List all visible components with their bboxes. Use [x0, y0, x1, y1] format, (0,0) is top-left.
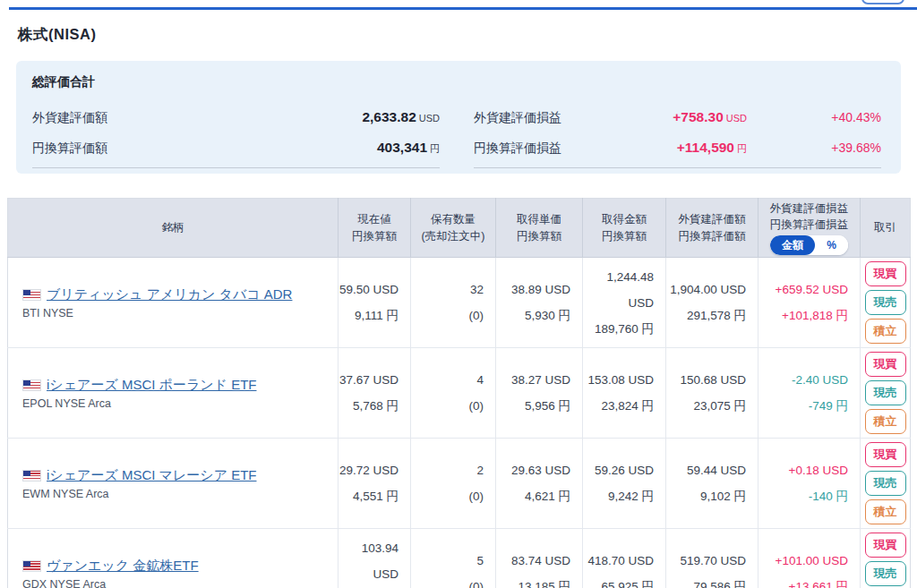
- holdings-table: 銘柄 現在値円換算額 保有数量(売却注文中) 取得単価円換算額 取得金額円換算額…: [7, 198, 911, 588]
- jpy-gain-unit: 円: [737, 143, 747, 154]
- fc-gain-value: +758.30: [673, 109, 723, 124]
- us-flag-icon: [22, 470, 41, 481]
- jpy-valuation-label: 円換算評価額: [32, 141, 107, 157]
- stock-cell: ヴァンエック 金鉱株ETF GDX NYSE Arca: [8, 529, 339, 588]
- stock-ticker: BTI NYSE: [22, 305, 338, 321]
- sell-button[interactable]: 現売: [865, 380, 906, 405]
- gain-cell: +659.52 USD+101,818 円: [758, 258, 861, 348]
- header-cost-amount: 取得金額円換算額: [583, 199, 666, 258]
- buy-button[interactable]: 現買: [865, 352, 906, 377]
- stock-cell: iシェアーズ MSCI ポーランド ETF EPOL NYSE Arca: [8, 348, 339, 439]
- sell-button[interactable]: 現売: [865, 561, 906, 586]
- fc-valuation-label: 外貨建評価額: [32, 110, 107, 126]
- valuation-cell: 150.68 USD23,075 円: [666, 348, 758, 439]
- jpy-valuation-unit: 円: [430, 143, 440, 154]
- fc-gain-label: 外貨建評価損益: [474, 110, 561, 126]
- table-row: ブリティッシュ アメリカン タバコ ADR BTI NYSE 59.50 USD…: [8, 258, 911, 348]
- table-row: iシェアーズ MSCI ポーランド ETF EPOL NYSE Arca 37.…: [8, 348, 911, 439]
- buy-button[interactable]: 現買: [865, 533, 906, 558]
- summary-valuation-column: 外貨建評価額 2,633.82USD 円換算評価額 403,341円: [32, 96, 440, 168]
- stock-ticker: EPOL NYSE Arca: [22, 396, 338, 412]
- table-row: iシェアーズ MSCI マレーシア ETF EWM NYSE Arca 29.7…: [8, 439, 911, 529]
- stock-link[interactable]: ヴァンエック 金鉱株ETF: [47, 558, 199, 573]
- summary-title: 総評価合計: [32, 74, 881, 90]
- toggle-amount-button[interactable]: 金額: [770, 235, 815, 255]
- jpy-gain-percent: +39.68%: [747, 141, 881, 155]
- jpy-valuation-value: 403,341: [377, 140, 427, 155]
- stock-cell: iシェアーズ MSCI マレーシア ETF EWM NYSE Arca: [8, 439, 339, 529]
- stock-link[interactable]: ブリティッシュ アメリカン タバコ ADR: [47, 286, 292, 302]
- us-flag-icon: [22, 379, 41, 391]
- stock-link[interactable]: iシェアーズ MSCI マレーシア ETF: [47, 467, 256, 482]
- top-divider: [9, 7, 917, 10]
- header-current-price: 現在値円換算額: [339, 199, 411, 258]
- cropped-top-button[interactable]: [861, 0, 904, 4]
- accumulate-button[interactable]: 積立: [865, 499, 906, 524]
- accumulate-button[interactable]: 積立: [865, 409, 906, 434]
- stock-cell: ブリティッシュ アメリカン タバコ ADR BTI NYSE: [8, 258, 339, 348]
- fc-gain-unit: USD: [726, 113, 747, 124]
- quantity-cell: 32(0): [411, 258, 496, 348]
- current-price-cell: 29.72 USD4,551 円: [339, 439, 411, 529]
- header-quantity: 保有数量(売却注文中): [411, 199, 496, 258]
- cost-amount-cell: 153.08 USD23,824 円: [583, 348, 666, 439]
- quantity-cell: 5(0): [411, 529, 496, 588]
- header-valuation: 外貨建評価額円換算評価額: [666, 199, 758, 258]
- quantity-cell: 4(0): [411, 348, 496, 439]
- current-price-cell: 37.67 USD5,768 円: [339, 348, 411, 439]
- jpy-gain-label: 円換算評価損益: [474, 141, 561, 157]
- cost-price-cell: 38.89 USD5,930 円: [496, 258, 583, 348]
- fc-valuation-unit: USD: [419, 113, 440, 124]
- summary-gain-column: 外貨建評価損益 +758.30USD +40.43% 円換算評価損益 +114,…: [474, 96, 881, 168]
- page-title: 株式(NISA): [18, 25, 917, 45]
- jpy-gain-value: +114,590: [677, 140, 734, 155]
- table-row: ヴァンエック 金鉱株ETF GDX NYSE Arca 103.94 USD15…: [8, 529, 911, 588]
- cost-price-cell: 29.63 USD4,621 円: [496, 439, 583, 529]
- cost-price-cell: 83.74 USD13,185 円: [496, 529, 583, 588]
- valuation-cell: 1,904.00 USD291,578 円: [666, 258, 758, 348]
- valuation-cell: 59.44 USD9,102 円: [666, 439, 758, 529]
- cost-amount-cell: 1,244.48 USD189,760 円: [583, 258, 666, 348]
- gain-cell: -2.40 USD-749 円: [758, 348, 861, 439]
- trade-cell: 現買 現売 積立: [861, 439, 911, 529]
- fc-gain-percent: +40.43%: [747, 110, 881, 124]
- sell-button[interactable]: 現売: [865, 471, 906, 496]
- us-flag-icon: [22, 289, 41, 301]
- sell-button[interactable]: 現売: [865, 290, 906, 315]
- trade-cell: 現買 現売 積立: [861, 529, 911, 588]
- cost-price-cell: 38.27 USD5,956 円: [496, 348, 583, 439]
- quantity-cell: 2(0): [411, 439, 496, 529]
- gain-display-toggle: 金額%: [770, 235, 848, 255]
- trade-cell: 現買 現売 積立: [861, 348, 911, 439]
- stock-link[interactable]: iシェアーズ MSCI ポーランド ETF: [47, 377, 256, 392]
- header-trade: 取引: [861, 199, 911, 258]
- us-flag-icon: [22, 560, 41, 572]
- trade-cell: 現買 現売 積立: [861, 258, 911, 348]
- table-header-row: 銘柄 現在値円換算額 保有数量(売却注文中) 取得単価円換算額 取得金額円換算額…: [8, 199, 911, 258]
- toggle-percent-button[interactable]: %: [815, 235, 848, 255]
- cost-amount-cell: 59.26 USD9,242 円: [583, 439, 666, 529]
- fc-valuation-value: 2,633.82: [362, 109, 416, 124]
- header-gain: 外貨建評価損益円換算評価損益 金額%: [758, 199, 861, 258]
- total-valuation-panel: 総評価合計 外貨建評価額 2,633.82USD 円換算評価額 403,341円…: [16, 61, 901, 174]
- valuation-cell: 519.70 USD79,586 円: [666, 529, 758, 588]
- accumulate-button[interactable]: 積立: [865, 319, 906, 344]
- buy-button[interactable]: 現買: [865, 261, 906, 286]
- cost-amount-cell: 418.70 USD65,925 円: [583, 529, 666, 588]
- gain-cell: +101.00 USD+13,661 円: [758, 529, 861, 588]
- stock-ticker: EWM NYSE Arca: [22, 486, 338, 502]
- header-cost-price: 取得単価円換算額: [496, 199, 583, 258]
- buy-button[interactable]: 現買: [865, 442, 906, 467]
- header-symbol: 銘柄: [8, 199, 339, 258]
- stock-ticker: GDX NYSE Arca: [22, 576, 338, 588]
- gain-cell: +0.18 USD-140 円: [758, 439, 861, 529]
- current-price-cell: 103.94 USD15,917 円: [339, 529, 411, 588]
- current-price-cell: 59.50 USD9,111 円: [339, 258, 411, 348]
